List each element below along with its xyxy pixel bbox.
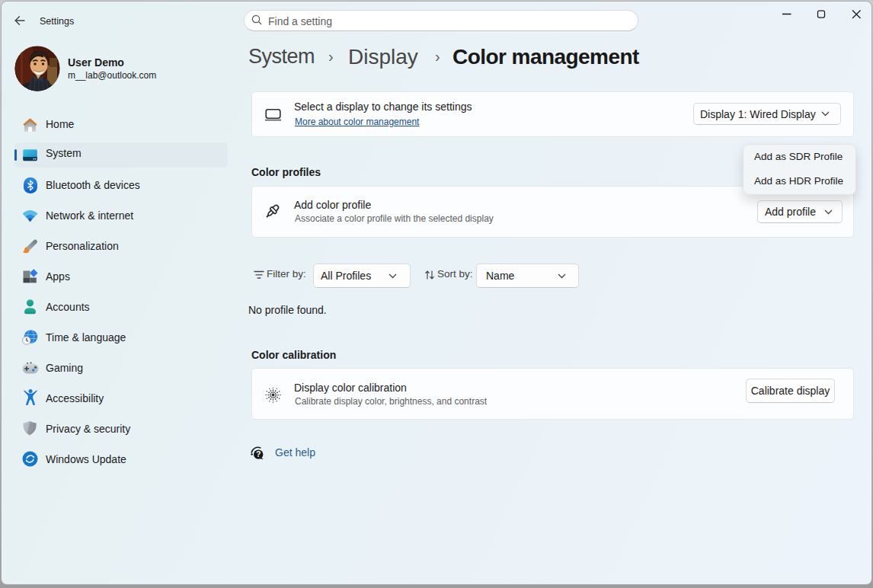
svg-text:?: ? (256, 449, 261, 459)
